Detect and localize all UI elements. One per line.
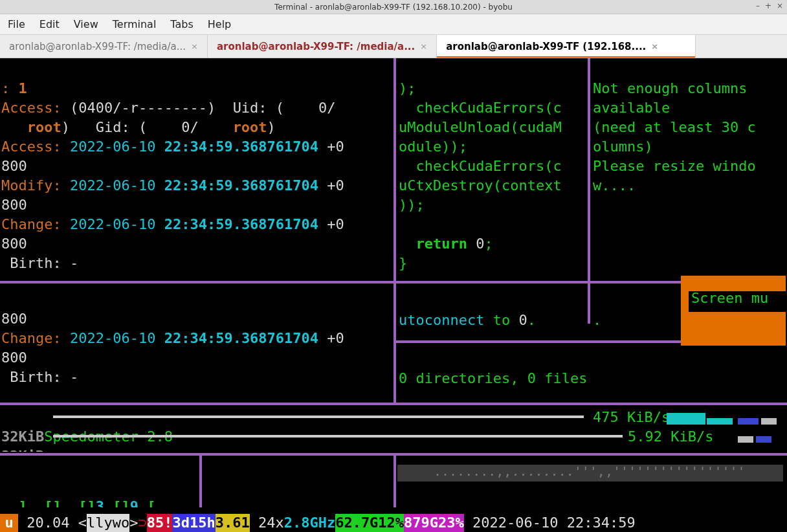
maximize-icon[interactable]: + (765, 1, 771, 10)
pane-warn-cols[interactable]: Not enough columns available (need at le… (593, 60, 784, 280)
status-cores: 24x (250, 514, 284, 532)
vsplit-3[interactable] (199, 456, 202, 507)
status-sep-icon: ⊃ (138, 514, 146, 532)
speedo-track-1 (53, 416, 584, 418)
tabbar: aronlab@aronlab-X99-TF: /media/a... × ar… (0, 35, 787, 58)
tab-2[interactable]: aronlab@aronlab-X99-TF: /media/a... × (208, 35, 437, 58)
window-titlebar: Terminal - aronlab@aronlab-X99-TF (192.1… (0, 0, 787, 14)
pane-stat-2[interactable]: 800 Change: 2022-06-10 22:34:59.36876170… (1, 290, 392, 400)
menu-edit[interactable]: Edit (39, 18, 60, 30)
hsplit-3[interactable] (0, 403, 787, 405)
menu-view[interactable]: View (74, 18, 98, 30)
tab-2-close-icon[interactable]: × (420, 41, 427, 51)
status-battery: 85! (147, 514, 173, 532)
speedo-bar-c (738, 418, 759, 425)
close-icon[interactable]: × (777, 1, 783, 10)
status-disk: 879G23% (404, 514, 464, 532)
hex-dots: ........,,........''',,''''''''''''''''' (434, 465, 783, 478)
speedo-bar-e (738, 436, 753, 443)
pane-brackets[interactable]: ] [] []3 []9 [ (1, 485, 195, 507)
hsplit-1[interactable] (0, 281, 394, 283)
menubar: File Edit View Terminal Tabs Help (0, 14, 787, 35)
speedo-track-2 (53, 435, 623, 438)
tab-1-close-icon[interactable]: × (191, 41, 198, 51)
window-title: Terminal - aronlab@aronlab-X99-TF (192.1… (274, 3, 513, 12)
status-hostname-open: < (78, 514, 87, 532)
speedo-bar-f (756, 436, 771, 443)
vsplit-1[interactable] (394, 58, 396, 405)
menu-file[interactable]: File (8, 18, 25, 30)
status-hostname-close: > (129, 514, 138, 532)
status-uptime: 3d15h (172, 514, 215, 532)
window-buttons: – + × (756, 1, 783, 10)
status-clock: 2022-06-10 22:34:59 (464, 514, 636, 532)
tab-3-label: aronlab@aronlab-X99-TF (192.168.... (446, 41, 646, 52)
tab-3-close-icon[interactable]: × (651, 41, 658, 51)
byobu-statusbar: u 20.04 < llywo > ⊃ 85! 3d15h 3.61 24x 2… (0, 514, 787, 532)
menu-help[interactable]: Help (208, 18, 231, 30)
speedo-bar-d (761, 418, 777, 425)
tab-1-label: aronlab@aronlab-X99-TF: /media/a... (9, 41, 186, 52)
speedo-rate-2: 5.92 KiB/s (628, 427, 713, 447)
status-release: 20.04 (18, 514, 78, 532)
status-memory: 62.7G12% (335, 514, 404, 532)
tab-1[interactable]: aronlab@aronlab-X99-TF: /media/a... × (0, 35, 208, 58)
vsplit-2[interactable] (588, 58, 590, 324)
tab-2-label: aronlab@aronlab-X99-TF: /media/a... (217, 41, 415, 52)
status-cpufreq: 2.8GHz (284, 514, 335, 532)
speedo-rate-1: 475 KiB/s (593, 408, 670, 427)
status-hostname: llywo (87, 514, 129, 532)
speedo-bar-b (707, 418, 733, 425)
speedo-bar-a (667, 413, 705, 425)
screen-notif-text: Screen mu (689, 291, 786, 312)
menu-terminal[interactable]: Terminal (113, 18, 157, 30)
pane-code[interactable]: ); checkCudaErrors(c uModuleUnload(cudaM… (399, 60, 586, 280)
terminal-body[interactable]: : 1 Access: (0400/-r--------) Uid: ( 0/ … (0, 58, 787, 532)
status-loadavg: 3.61 (216, 514, 250, 532)
tab-3[interactable]: aronlab@aronlab-X99-TF (192.168.... × (437, 35, 696, 58)
pane-autoconnect[interactable]: utoconnect to 0. (399, 291, 586, 337)
pane-tree[interactable]: 0 directories, 0 files (399, 349, 784, 401)
pane-stat[interactable]: : 1 Access: (0400/-r--------) Uid: ( 0/ … (1, 60, 392, 280)
vsplit-4[interactable] (394, 456, 396, 507)
status-distro-icon: u (0, 514, 18, 532)
minimize-icon[interactable]: – (756, 1, 760, 10)
menu-tabs[interactable]: Tabs (170, 18, 193, 30)
